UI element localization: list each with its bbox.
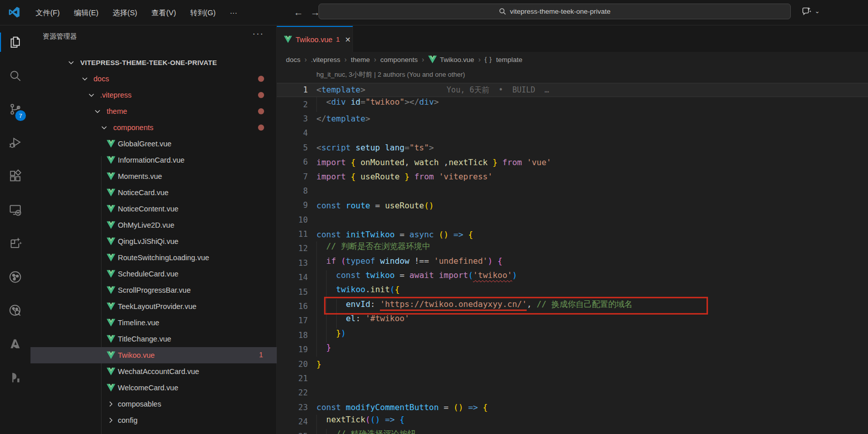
extension-logo-icon[interactable]	[0, 365, 30, 390]
code-line-4[interactable]: 4	[277, 126, 868, 140]
code-token: )	[512, 270, 517, 280]
tree-item-label: docs	[93, 75, 109, 83]
search-icon[interactable]	[0, 64, 30, 88]
git-graph-icon[interactable]	[0, 265, 30, 289]
code-token: =>	[468, 402, 478, 412]
code-token: 'undefined'	[434, 256, 488, 266]
code-line-15[interactable]: 15twikoo.init({	[277, 285, 868, 299]
copilot-button[interactable]: ⌄	[801, 6, 820, 17]
code-line-18[interactable]: 18})	[277, 328, 868, 343]
tab-problem-count: 1	[336, 36, 340, 43]
extensions-icon[interactable]	[0, 164, 30, 189]
tree-file-ohmylive2d-vue[interactable]: OhMyLive2D.vue	[30, 217, 277, 233]
tree-file-titlechange-vue[interactable]: TitleChange.vue	[30, 331, 277, 347]
tree-file-noticecontent-vue[interactable]: NoticeContent.vue	[30, 201, 277, 217]
tree-folder-docs[interactable]: docs	[30, 71, 277, 87]
code-token: if	[326, 256, 336, 266]
code-token	[375, 256, 380, 266]
code-line-14[interactable]: 14const twikoo = await import('twikoo')	[277, 270, 868, 285]
tab-twikoo-vue[interactable]: Twikoo.vue 1 ✕	[277, 26, 353, 52]
tree-file-moments-vue[interactable]: Moments.vue	[30, 168, 277, 184]
git-history-search-icon[interactable]	[0, 298, 30, 323]
menu-item-4[interactable]: 转到(G)	[183, 6, 223, 20]
code-token	[356, 158, 361, 167]
tree-file-welcomecard-vue[interactable]: WelcomeCard.vue	[30, 380, 277, 396]
ai-extension-icon[interactable]	[0, 231, 30, 256]
breadcrumb-item-components[interactable]: components	[380, 56, 418, 64]
code-line-21[interactable]: 21	[277, 371, 868, 386]
breadcrumb-item-twikoo-vue[interactable]: Twikoo.vue	[440, 56, 474, 64]
code-line-10[interactable]: 10	[277, 213, 868, 227]
menu-item-0[interactable]: 文件(F)	[28, 6, 67, 20]
chevron-down-icon	[81, 75, 89, 83]
explorer-icon[interactable]	[0, 30, 30, 54]
menu-item-1[interactable]: 编辑(E)	[67, 6, 106, 20]
code-line-16[interactable]: 16envId: 'https://twikoo.onedayxyy.cn/',…	[277, 299, 868, 314]
sidebar-more-actions-icon[interactable]: ···	[252, 29, 264, 39]
menu-item-2[interactable]: 选择(S)	[106, 6, 144, 20]
code-line-7[interactable]: 7import { useRoute } from 'vitepress'	[277, 169, 868, 183]
chevron-down-icon: ⌄	[815, 8, 820, 15]
line-content: const route = useRoute()	[316, 201, 434, 210]
tree-folder-components[interactable]: components	[30, 119, 277, 136]
code-line-1[interactable]: 1<template>You, 6天前 • BUILD …	[277, 83, 868, 97]
breadcrumb-item--vitepress[interactable]: .vitepress	[311, 56, 340, 64]
tree-file-wechataccountcard-vue[interactable]: WechatAccountCard.vue	[30, 363, 277, 380]
breadcrumb-item-template[interactable]: template	[496, 56, 523, 64]
chevron-right-icon	[107, 416, 115, 424]
code-line-22[interactable]: 22	[277, 386, 868, 400]
code-line-24[interactable]: 24nextTick(() => {	[277, 415, 868, 429]
tree-file-schedulecard-vue[interactable]: ScheduleCard.vue	[30, 266, 277, 282]
menu-item-5[interactable]: ···	[222, 7, 244, 19]
breadcrumb-item-theme[interactable]: theme	[351, 56, 370, 64]
back-arrow-icon[interactable]: ←	[294, 7, 303, 18]
code-line-9[interactable]: 9const route = useRoute()	[277, 198, 868, 212]
code-token	[409, 256, 414, 266]
azure-icon[interactable]	[0, 332, 30, 356]
code-token: (	[390, 285, 395, 294]
code-token: envId	[346, 299, 370, 309]
code-line-8[interactable]: 8	[277, 184, 868, 198]
line-content: <script setup lang="ts">	[316, 143, 434, 152]
tree-file-informationcard-vue[interactable]: InformationCard.vue	[30, 152, 277, 168]
tree-folder-config[interactable]: config	[30, 412, 277, 428]
code-editor[interactable]: hg_it_nuc, 3小时前 | 2 authors (You and one…	[277, 67, 868, 434]
tab-close-icon[interactable]: ✕	[345, 36, 351, 44]
code-line-6[interactable]: 6import { onMounted, watch ,nextTick } f…	[277, 155, 868, 169]
code-line-5[interactable]: 5<script setup lang="ts">	[277, 141, 868, 155]
code-token: {	[350, 158, 356, 167]
tree-file-teeklayoutprovider-vue[interactable]: TeekLayoutProvider.vue	[30, 298, 277, 315]
code-line-19[interactable]: 19}	[277, 343, 868, 357]
code-line-13[interactable]: 13if (typeof window !== 'undefined') {	[277, 256, 868, 270]
code-line-17[interactable]: 17el: '#twikoo'	[277, 314, 868, 328]
code-line-2[interactable]: 2<div id="twikoo"></div>	[277, 97, 868, 111]
tree-file-scrollprogressbar-vue[interactable]: ScrollProgressBar.vue	[30, 282, 277, 298]
tree-file-noticecard-vue[interactable]: NoticeCard.vue	[30, 184, 277, 201]
code-token	[361, 314, 366, 323]
tree-folder--vitepress[interactable]: .vitepress	[30, 87, 277, 103]
tree-file-globalgreet-vue[interactable]: GlobalGreet.vue	[30, 136, 277, 152]
tree-folder-theme[interactable]: theme	[30, 103, 277, 119]
code-line-12[interactable]: 12// 判断是否在浏览器环境中	[277, 241, 868, 256]
tree-folder-vitepress-theme-teek-one-private[interactable]: VITEPRESS-THEME-TEEK-ONE-PRIVATE	[30, 54, 277, 71]
codelens-blame[interactable]: hg_it_nuc, 3小时前 | 2 authors (You and one…	[316, 70, 465, 79]
breadcrumb-item-docs[interactable]: docs	[286, 56, 301, 64]
menu-item-3[interactable]: 查看(V)	[144, 6, 183, 20]
code-line-25[interactable]: 25// 精确选择评论按钮	[277, 429, 868, 434]
command-center-search[interactable]: vitepress-theme-teek-one-private	[318, 4, 791, 19]
tab-bar: Twikoo.vue 1 ✕	[277, 26, 868, 52]
code-line-23[interactable]: 23const modifyCommentButton = () => {	[277, 400, 868, 415]
source-control-icon[interactable]: 7	[0, 97, 30, 121]
remote-explorer-icon[interactable]	[0, 198, 30, 222]
tree-folder-composables[interactable]: composables	[30, 396, 277, 412]
run-debug-icon[interactable]	[0, 131, 30, 155]
tree-item-label: GlobalGreet.vue	[118, 140, 172, 148]
tree-file-routeswitchingloading-vue[interactable]: RouteSwitchingLoading.vue	[30, 250, 277, 266]
code-line-20[interactable]: 20}	[277, 357, 868, 371]
tree-file-timeline-vue[interactable]: Timeline.vue	[30, 315, 277, 331]
code-line-3[interactable]: 3</template>	[277, 112, 868, 126]
tree-file-qinglvjishiqi-vue[interactable]: QingLvJiShiQi.vue	[30, 233, 277, 250]
tree-file-twikoo-vue[interactable]: Twikoo.vue1	[30, 347, 277, 363]
tree-item-label: NoticeCard.vue	[118, 189, 169, 197]
code-line-11[interactable]: 11const initTwikoo = async () => {	[277, 227, 868, 241]
